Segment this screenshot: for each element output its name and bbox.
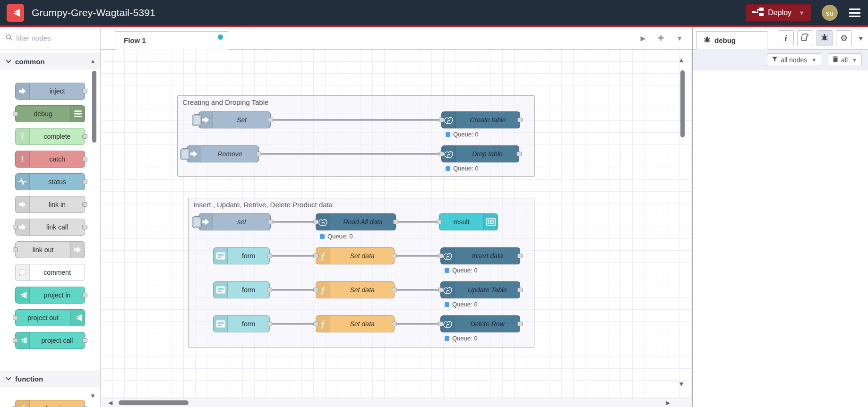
canvas-scroll-up-icon[interactable]: ▲: [678, 56, 685, 64]
flow-node-set-data[interactable]: ƒSet data: [316, 281, 395, 298]
palette-category-function[interactable]: function: [0, 371, 100, 387]
flow-node-read-all-data[interactable]: Read All data: [316, 213, 396, 230]
flow-node-form[interactable]: form: [213, 247, 270, 264]
palette-node-project-out[interactable]: project out: [15, 309, 85, 326]
output-port[interactable]: [517, 288, 523, 292]
flow-canvas[interactable]: ▲ ▼ Creating and Droping TableInsert , U…: [101, 50, 692, 398]
debug-message-list[interactable]: [693, 70, 868, 407]
input-port[interactable]: [438, 254, 443, 258]
input-port[interactable]: [437, 220, 442, 224]
palette-node-complete[interactable]: !complete: [15, 128, 85, 145]
output-port[interactable]: [517, 254, 523, 258]
tab-flow-1[interactable]: Flow 1: [115, 31, 228, 50]
palette-node-status[interactable]: status: [15, 173, 85, 190]
palette-node-project-in[interactable]: project in: [15, 287, 85, 304]
node-label: Update Table: [455, 282, 520, 298]
canvas-scroll-left-icon[interactable]: ◀: [108, 399, 112, 406]
trash-icon: [833, 56, 838, 64]
tab-scroll-right-icon[interactable]: ▶: [641, 34, 646, 42]
flow-node-remove[interactable]: Remove: [187, 145, 259, 162]
flow-node-insert-data[interactable]: Insert data: [440, 247, 520, 264]
flow-node-result[interactable]: result: [439, 213, 498, 230]
input-port[interactable]: [313, 220, 318, 224]
inject-trigger-button[interactable]: [192, 216, 202, 228]
flow-node-set[interactable]: Set: [198, 111, 271, 128]
tab-debug[interactable]: debug: [696, 31, 767, 50]
output-port[interactable]: [267, 322, 272, 326]
add-flow-button[interactable]: +: [658, 33, 664, 43]
output-port: [82, 179, 87, 184]
user-avatar[interactable]: su: [822, 5, 838, 21]
input-port[interactable]: [313, 322, 318, 326]
canvas-vscrollbar-thumb[interactable]: [680, 70, 685, 137]
palette-scroll-area[interactable]: commoninjectdebug!complete!catchstatusli…: [0, 50, 100, 407]
input-port[interactable]: [438, 288, 443, 292]
deploy-options-caret-icon[interactable]: ▼: [799, 9, 805, 17]
canvas-scroll-down-icon[interactable]: ▼: [678, 380, 685, 388]
output-port[interactable]: [517, 118, 523, 122]
tab-list-caret-icon[interactable]: ▼: [676, 34, 683, 42]
sidebar-tabs-caret-icon[interactable]: ▼: [858, 35, 864, 42]
palette-node-debug[interactable]: debug: [15, 105, 85, 122]
debug-tab-button[interactable]: [816, 30, 833, 46]
palette-scroll-down-icon[interactable]: ▼: [90, 392, 96, 399]
debug-clear-button[interactable]: all ▼: [828, 53, 862, 66]
palette-node-function[interactable]: ƒfunction: [15, 400, 85, 407]
flow-node-create-table[interactable]: Create table: [441, 111, 520, 128]
node-status: Queue: 0: [445, 301, 478, 308]
palette-node-comment[interactable]: comment: [15, 264, 85, 281]
debug-filter-button[interactable]: all nodes ▼: [767, 53, 821, 66]
palette-node-project-call[interactable]: project call: [15, 332, 85, 349]
flow-node-drop-table[interactable]: Drop table: [441, 145, 519, 162]
info-tab-button[interactable]: i: [778, 30, 794, 46]
palette-category-common[interactable]: common: [0, 53, 100, 69]
flow-node-form[interactable]: form: [213, 315, 270, 332]
help-tab-button[interactable]: [797, 30, 813, 46]
main-menu-icon[interactable]: [848, 7, 861, 19]
node-status: Queue: 0: [320, 233, 353, 240]
flow-node-delete-row[interactable]: Delete Row: [440, 315, 520, 332]
output-port[interactable]: [517, 322, 523, 326]
canvas-scroll-right-icon[interactable]: ▶: [666, 399, 670, 406]
output-port[interactable]: [268, 118, 273, 122]
flow-node-set-data[interactable]: ƒSet data: [316, 247, 395, 264]
inject-trigger-button[interactable]: [192, 114, 202, 126]
input-port[interactable]: [313, 288, 318, 292]
flow-node-form[interactable]: form: [213, 281, 270, 298]
palette-filter[interactable]: filter nodes: [0, 27, 100, 50]
output-port[interactable]: [392, 254, 397, 258]
palette-scroll-up-icon[interactable]: ▲: [90, 58, 96, 65]
palette-node-inject[interactable]: inject: [15, 83, 85, 100]
flow-group[interactable]: Creating and Droping Table: [177, 95, 535, 177]
deploy-button[interactable]: Deploy ▼: [746, 4, 811, 21]
output-port[interactable]: [267, 254, 272, 258]
output-port[interactable]: [516, 152, 522, 156]
input-port: [13, 225, 18, 229]
node-status-text: Queue: 0: [453, 131, 479, 138]
input-port[interactable]: [439, 118, 444, 122]
config-tab-button[interactable]: ⚙: [836, 30, 852, 46]
input-port[interactable]: [313, 254, 318, 258]
palette-scrollbar-thumb[interactable]: [92, 71, 96, 143]
palette-node-link-call[interactable]: link call: [15, 219, 85, 236]
input-port[interactable]: [438, 322, 443, 326]
output-port[interactable]: [392, 322, 397, 326]
output-port[interactable]: [392, 288, 397, 292]
inject-trigger-button[interactable]: [180, 148, 190, 160]
palette-node-link-in[interactable]: link in: [15, 196, 85, 213]
canvas-hscrollbar[interactable]: ◀ ▶: [101, 398, 692, 407]
palette-filter-placeholder: filter nodes: [16, 34, 51, 42]
palette-node-catch[interactable]: !catch: [15, 151, 85, 168]
canvas-hscrollbar-thumb[interactable]: [119, 400, 189, 405]
debug-filter-label: all nodes: [781, 56, 807, 64]
flow-node-update-table[interactable]: Update Table: [440, 281, 520, 298]
flow-node-set[interactable]: set: [198, 213, 271, 230]
output-port[interactable]: [267, 288, 272, 292]
debug-clear-label: all: [841, 56, 848, 64]
palette-node-link-out[interactable]: link out: [15, 241, 85, 258]
flow-node-set-data[interactable]: ƒSet data: [316, 315, 395, 332]
output-port[interactable]: [256, 152, 261, 156]
input-port[interactable]: [439, 152, 444, 156]
output-port[interactable]: [393, 220, 398, 224]
output-port[interactable]: [268, 220, 273, 224]
